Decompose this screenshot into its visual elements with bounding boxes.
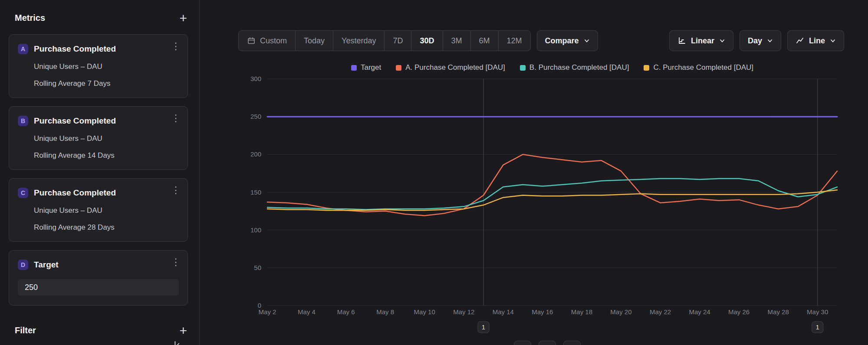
metric-head: C Purchase Completed — [18, 188, 179, 198]
kebab-menu-icon[interactable]: ⋮ — [171, 186, 181, 195]
calendar-icon — [247, 36, 256, 45]
chevron-down-icon — [719, 38, 725, 44]
range-label: Custom — [260, 36, 287, 46]
svg-text:May 4: May 4 — [298, 308, 316, 316]
compare-button[interactable]: Compare — [537, 30, 598, 51]
svg-text:May 16: May 16 — [532, 308, 553, 316]
more-tool-button[interactable] — [563, 341, 581, 345]
chart-toolbar: Custom Today Yesterday 7D 30D 3M 6M 12M … — [200, 30, 868, 51]
svg-text:May 30: May 30 — [807, 308, 828, 316]
add-filter-icon[interactable]: + — [179, 326, 187, 335]
range-label: Yesterday — [342, 36, 376, 46]
range-label: 7D — [393, 36, 403, 46]
zoom-tool-button[interactable] — [539, 341, 556, 345]
range-label: Today — [304, 36, 325, 46]
svg-text:May 6: May 6 — [337, 308, 355, 316]
chevron-down-icon — [584, 38, 590, 44]
scale-linear-button[interactable]: Linear — [669, 30, 733, 51]
metric-head: D Target — [18, 260, 179, 270]
toolbar-left: Custom Today Yesterday 7D 30D 3M 6M 12M … — [238, 30, 598, 51]
target-value-input[interactable] — [18, 279, 179, 296]
toolbar-right: Linear Day Line — [669, 30, 844, 51]
metric-measure[interactable]: Unique Users – DAU — [34, 134, 179, 143]
metrics-sidebar: Metrics + A Purchase Completed ⋮ Unique … — [0, 0, 200, 345]
metric-badge-c: C — [18, 188, 28, 198]
kebab-menu-icon[interactable]: ⋮ — [171, 257, 181, 267]
scale-label: Linear — [691, 36, 714, 46]
chevron-down-icon — [830, 38, 836, 44]
svg-text:May 14: May 14 — [493, 308, 514, 316]
svg-text:May 20: May 20 — [610, 308, 631, 316]
line-chart[interactable]: 05010015020025030011May 2May 4May 6May 8… — [200, 56, 868, 345]
svg-text:May 24: May 24 — [689, 308, 710, 316]
metric-title: Purchase Completed — [34, 188, 116, 198]
svg-text:300: 300 — [250, 75, 261, 82]
svg-text:100: 100 — [250, 226, 261, 234]
metric-card-b[interactable]: B Purchase Completed ⋮ Unique Users – DA… — [9, 106, 188, 170]
svg-text:250: 250 — [250, 113, 261, 120]
svg-text:1: 1 — [816, 323, 819, 331]
range-custom-button[interactable]: Custom — [239, 31, 295, 51]
metric-badge-a: A — [18, 44, 28, 54]
range-3m-button[interactable]: 3M — [443, 31, 470, 51]
date-range-control: Custom Today Yesterday 7D 30D 3M 6M 12M — [238, 30, 531, 51]
kebab-menu-icon[interactable]: ⋮ — [171, 114, 181, 123]
kebab-menu-icon[interactable]: ⋮ — [171, 42, 181, 51]
svg-text:May 18: May 18 — [571, 308, 592, 316]
filter-heading: Filter — [15, 325, 36, 335]
axis-scale-icon — [677, 36, 686, 45]
range-30d-button[interactable]: 30D — [411, 31, 442, 51]
metric-head: A Purchase Completed — [18, 44, 179, 54]
add-metric-icon[interactable]: + — [179, 13, 187, 23]
metric-badge-d: D — [18, 260, 28, 270]
range-today-button[interactable]: Today — [295, 31, 333, 51]
svg-text:May 2: May 2 — [259, 308, 276, 316]
range-label: 6M — [479, 36, 490, 46]
metric-card-c[interactable]: C Purchase Completed ⋮ Unique Users – DA… — [9, 178, 188, 242]
svg-text:150: 150 — [250, 189, 261, 196]
collapse-sidebar-icon[interactable] — [173, 340, 185, 345]
metric-title: Purchase Completed — [34, 44, 116, 54]
range-6m-button[interactable]: 6M — [470, 31, 498, 51]
range-label: 12M — [507, 36, 522, 46]
target-card[interactable]: D Target ⋮ — [9, 250, 188, 306]
filter-header: Filter + — [0, 325, 199, 335]
interval-label: Day — [748, 36, 762, 46]
target-title: Target — [34, 260, 59, 270]
chart-type-line-button[interactable]: Line — [787, 30, 844, 51]
metric-measure[interactable]: Unique Users – DAU — [34, 206, 179, 215]
chart-area: Target A. Purchase Completed [DAU] B. Pu… — [200, 56, 868, 345]
metric-rolling-average[interactable]: Rolling Average 28 Days — [34, 223, 179, 232]
svg-text:1: 1 — [482, 323, 485, 331]
svg-text:May 22: May 22 — [650, 308, 671, 316]
chevron-down-icon — [767, 38, 773, 44]
metric-badge-b: B — [18, 116, 28, 126]
svg-text:May 8: May 8 — [376, 308, 394, 316]
metrics-heading: Metrics — [15, 13, 45, 23]
svg-text:May 12: May 12 — [453, 308, 474, 316]
metric-rolling-average[interactable]: Rolling Average 7 Days — [34, 79, 179, 88]
compare-label: Compare — [545, 36, 579, 46]
metric-rolling-average[interactable]: Rolling Average 14 Days — [34, 151, 179, 160]
svg-text:50: 50 — [254, 264, 261, 271]
metric-title: Purchase Completed — [34, 116, 116, 126]
metric-head: B Purchase Completed — [18, 116, 179, 126]
svg-text:May 28: May 28 — [768, 308, 789, 316]
range-label: 30D — [420, 36, 434, 46]
svg-text:May 26: May 26 — [728, 308, 750, 316]
metric-card-a[interactable]: A Purchase Completed ⋮ Unique Users – DA… — [9, 34, 188, 98]
chart-bottom-toolbar — [514, 341, 581, 345]
annotation-tool-button[interactable] — [514, 341, 531, 345]
metrics-header: Metrics + — [0, 13, 199, 23]
range-7d-button[interactable]: 7D — [384, 31, 411, 51]
range-yesterday-button[interactable]: Yesterday — [333, 31, 384, 51]
line-chart-icon — [796, 36, 804, 45]
interval-day-button[interactable]: Day — [740, 30, 781, 51]
metric-measure[interactable]: Unique Users – DAU — [34, 62, 179, 71]
svg-text:May 10: May 10 — [414, 308, 435, 316]
range-12m-button[interactable]: 12M — [498, 31, 530, 51]
svg-text:200: 200 — [250, 150, 261, 158]
range-label: 3M — [451, 36, 462, 46]
chart-type-label: Line — [809, 36, 825, 46]
